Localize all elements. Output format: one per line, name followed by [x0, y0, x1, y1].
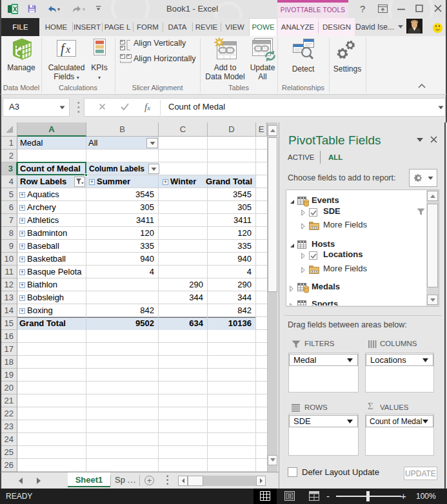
svg-text:x: x — [65, 44, 70, 55]
